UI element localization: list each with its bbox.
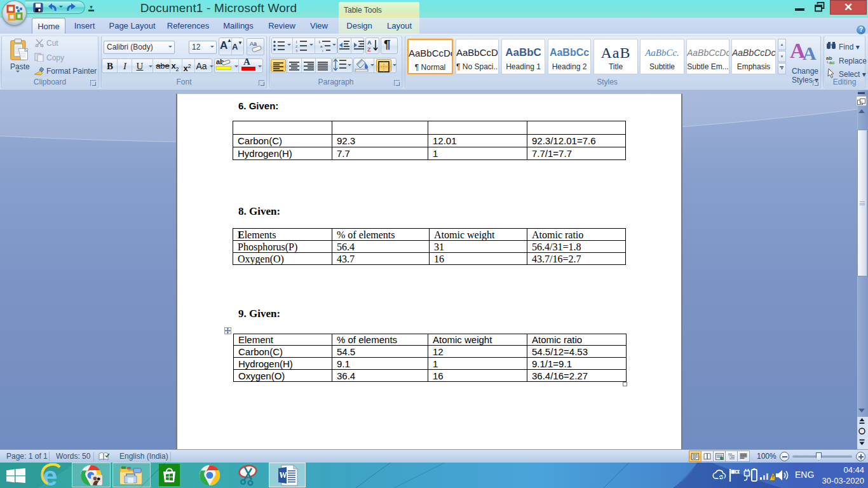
svg-text:2: 2 xyxy=(295,44,297,48)
svg-text:ac: ac xyxy=(829,60,835,65)
svg-text:a: a xyxy=(320,44,323,48)
svg-text:1: 1 xyxy=(295,40,297,44)
svg-text:1: 1 xyxy=(318,40,321,44)
svg-text:3: 3 xyxy=(295,49,297,52)
svg-text:i: i xyxy=(322,49,323,52)
svg-text:A: A xyxy=(367,39,372,46)
svg-text:Z: Z xyxy=(367,46,371,53)
svg-text:Aa: Aa xyxy=(250,41,257,47)
